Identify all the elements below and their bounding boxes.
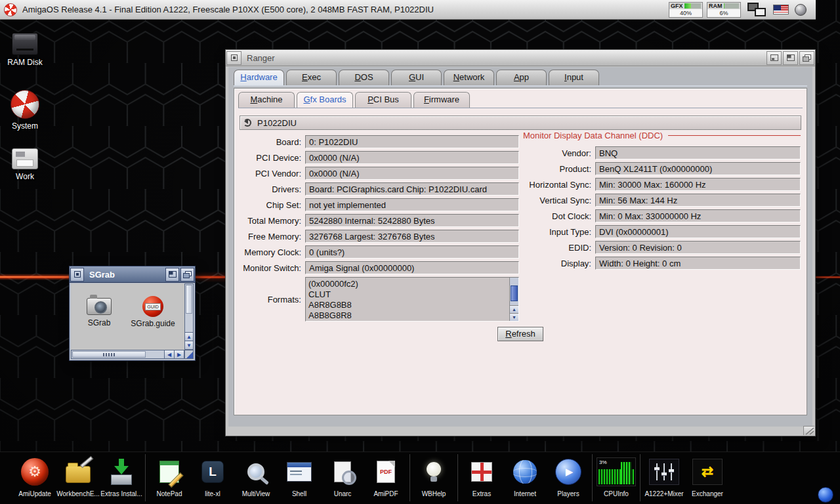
subtab-machine[interactable]: Machine [238, 92, 295, 108]
dock-item-internet[interactable]: Internet [503, 452, 547, 497]
scroll-down-button[interactable]: ▼ [510, 313, 518, 321]
dock-item-wbhelp[interactable]: WBHelp [412, 452, 455, 497]
dock-separator [457, 454, 458, 501]
resize-gadget[interactable] [184, 350, 194, 359]
subtab-pci-bus[interactable]: PCI Bus [355, 92, 411, 108]
resize-gadget[interactable] [803, 426, 814, 435]
scroll-down-button[interactable]: ▼ [185, 341, 193, 349]
desktop-icon-system[interactable]: System [0, 90, 51, 131]
format-item[interactable]: (0x00000fc2) [308, 279, 507, 289]
scroll-up-button[interactable]: ▲ [510, 305, 518, 313]
play-button-icon [555, 459, 581, 485]
dock-item-multiview[interactable]: MultiView [234, 452, 278, 497]
zoom-gadget[interactable] [783, 51, 798, 65]
format-item[interactable]: CLUT [308, 289, 507, 300]
field-value: Amiga Signal (0x00000000) [305, 261, 519, 274]
cycle-icon [243, 119, 251, 127]
sgrab-titlebar[interactable]: SGrab [70, 266, 195, 283]
field-row: Vertical Sync: Min: 56 Max: 144 Hz [523, 194, 801, 207]
dock-item-exchanger[interactable]: Exchanger [686, 452, 729, 497]
horizontal-scrollbar[interactable]: ◀ ▶ [71, 350, 184, 359]
dock-handle-button[interactable] [818, 487, 833, 503]
close-gadget[interactable] [70, 268, 84, 282]
field-value: 0 (units?) [305, 245, 519, 259]
dock-item-notepad[interactable]: NotePad [148, 452, 191, 497]
tab-network[interactable]: Network [444, 70, 494, 85]
field-row: Free Memory: 3276768 Largest: 3276768 By… [240, 230, 519, 243]
scrollbar-thumb[interactable] [511, 285, 518, 301]
tab-gui[interactable]: GUI [391, 70, 442, 85]
depth-gadget[interactable] [799, 51, 814, 65]
subtab-gfx-boards[interactable]: Gfx Boards [297, 92, 353, 108]
iconify-gadget[interactable] [766, 51, 782, 65]
field-row: Vendor: BNQ [523, 146, 801, 159]
field-row: Horizontal Sync: Min: 30000 Max: 160000 … [523, 178, 801, 191]
desktop-icon-work[interactable]: Work [0, 148, 51, 181]
format-item[interactable]: A8B8G8R8 [308, 310, 507, 321]
dock-item-amiupdate[interactable]: AmiUpdate [13, 452, 56, 497]
tab-input[interactable]: Input [549, 70, 599, 85]
board-fields: Board: 0: P1022DIU PCI Device: 0x0000 (N… [240, 135, 519, 277]
window-title: Ranger [242, 53, 766, 63]
scroll-up-button[interactable]: ▲ [185, 332, 193, 341]
notepad-icon [159, 461, 179, 483]
ram-meter-fill [724, 3, 724, 9]
sgrab-body: SGrab GUID SGrab.guide [71, 284, 184, 350]
ranger-body: Hardware Exec DOS GUI Network App Input … [228, 67, 812, 427]
ram-meter-value: 6% [707, 9, 740, 17]
sgrab-window: SGrab SGrab GUID SGrab.guide ▲ ▼ ◀ ▶ [69, 266, 196, 361]
folder-icon [66, 466, 91, 483]
field-row: PCI Vendor: 0x0000 (N/A) [240, 167, 519, 180]
refresh-button[interactable]: Refresh [497, 327, 543, 341]
formats-scrollbar[interactable]: ▲ ▼ [509, 278, 518, 321]
desktop-icon-label: RAM Disk [7, 58, 42, 67]
dock-item-workbench[interactable]: WorkbenchE... [56, 452, 100, 497]
tab-hardware[interactable]: Hardware [234, 70, 284, 85]
tab-exec[interactable]: Exec [286, 70, 337, 85]
globe-icon [513, 460, 537, 484]
dock-item-unarc[interactable]: Unarc [321, 452, 364, 497]
field-row: Chip Set: not yet implemented [240, 198, 519, 211]
dock-item-extras-installer[interactable]: Extras Instal... [100, 452, 143, 497]
close-gadget[interactable] [226, 51, 242, 65]
keyboard-layout-flag-icon[interactable] [773, 5, 789, 14]
board-cycle-gadget[interactable]: P1022DIU [240, 116, 801, 130]
scroll-left-button[interactable]: ◀ [164, 350, 174, 358]
system-disk-icon [10, 90, 39, 119]
dock-separator [145, 454, 146, 501]
pdf-badge: PDF [380, 469, 392, 475]
scroll-right-button[interactable]: ▶ [174, 350, 184, 358]
desktop-icon-ram-disk[interactable]: RAM Disk [0, 33, 51, 67]
dock-item-litexl[interactable]: lite-xl [191, 452, 234, 497]
scrollbar-thumb[interactable] [186, 285, 192, 314]
menubar-widgets: GFX 40% RAM 6% [665, 2, 816, 18]
field-value: Width: 0 Height: 0 cm [595, 257, 801, 270]
depth-gadget[interactable] [180, 268, 194, 282]
camera-icon [87, 298, 112, 315]
tab-app[interactable]: App [496, 70, 547, 85]
ranger-titlebar[interactable]: Ranger [226, 50, 815, 66]
scrollbar-thumb[interactable] [72, 351, 146, 358]
field-value: BenQ XL2411T (0x00000000) [595, 162, 801, 175]
dock-item-extras[interactable]: Extras [460, 452, 503, 497]
dock-item-mixer[interactable]: A1222+Mixer [642, 452, 686, 497]
formats-listbox[interactable]: (0x00000fc2) CLUT A8R8G8B8 A8B8G8R8 ▲ ▼ [305, 277, 519, 322]
zoom-gadget[interactable] [165, 268, 179, 282]
vertical-scrollbar[interactable]: ▲ ▼ [184, 284, 194, 350]
magnifier-icon [247, 463, 264, 480]
sgrab-guide-icon[interactable]: GUID SGrab.guide [129, 291, 177, 328]
field-row: EDID: Version: 0 Revision: 0 [523, 241, 801, 254]
tab-dos[interactable]: DOS [339, 70, 389, 85]
dock-item-players[interactable]: Players [547, 452, 590, 497]
field-value: Board: PCIGraphics.card Chip: P1022DIU.c… [305, 182, 519, 196]
screen-depth-gadget[interactable] [747, 3, 767, 17]
dock-item-amipdf[interactable]: PDF AmiPDF [364, 452, 408, 497]
dock-item-cpuinfo[interactable]: 3% CPUInfo [595, 452, 638, 497]
commodity-ball-icon[interactable] [795, 4, 807, 16]
dock-item-shell[interactable]: Shell [278, 452, 321, 497]
subtab-firmware[interactable]: Firmware [413, 92, 470, 108]
sgrab-tool-icon[interactable]: SGrab [75, 291, 123, 327]
window-title: SGrab [85, 270, 165, 280]
format-item[interactable]: A8R8G8B8 [308, 300, 507, 310]
pdf-document-icon: PDF [377, 461, 395, 483]
